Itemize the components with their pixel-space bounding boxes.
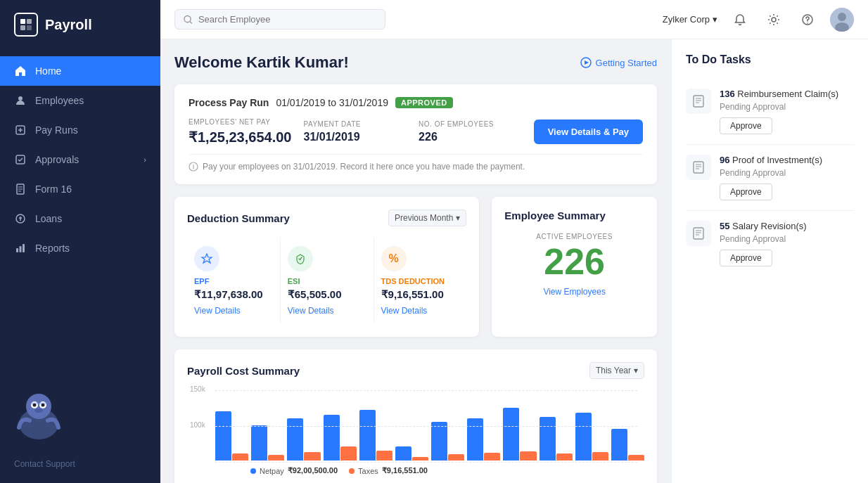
bar-netpay bbox=[575, 413, 592, 461]
welcome-row: Welcome Kartik Kumar! Getting Started bbox=[174, 53, 657, 72]
search-bar[interactable] bbox=[174, 9, 385, 30]
approve-button-salary[interactable]: Approve bbox=[720, 250, 772, 266]
pay-run-header: Process Pay Run 01/01/2019 to 31/01/2019… bbox=[189, 97, 643, 108]
app-logo[interactable]: Payroll bbox=[0, 0, 160, 49]
svg-point-4 bbox=[18, 96, 23, 101]
bar-taxes bbox=[484, 453, 500, 461]
employee-summary-card: Employee Summary ACTIVE EMPLOYEES 226 Vi… bbox=[492, 197, 657, 337]
chevron-down-icon: ▾ bbox=[456, 213, 460, 223]
employees-net-pay: EMPLOYEES' NET PAY ₹1,25,23,654.00 bbox=[189, 118, 304, 146]
todo-sub-salary: Pending Approval bbox=[720, 234, 854, 244]
svg-rect-3 bbox=[27, 25, 32, 30]
svg-rect-30 bbox=[694, 96, 703, 107]
form16-icon bbox=[14, 183, 27, 195]
todo-text-proof: 96 Proof of Investment(s) bbox=[720, 155, 854, 165]
payroll-cost-title: Payroll Cost Summary bbox=[187, 365, 300, 377]
bar-group bbox=[431, 422, 464, 461]
center-panel: Welcome Kartik Kumar! Getting Started Pr… bbox=[160, 39, 671, 483]
active-employees-label: ACTIVE EMPLOYEES bbox=[504, 233, 644, 240]
todo-count-proof: 96 bbox=[720, 155, 729, 165]
bar-netpay bbox=[503, 408, 519, 461]
todo-sub-reimbursement: Pending Approval bbox=[720, 102, 854, 112]
sidebar-item-reports[interactable]: Reports bbox=[0, 233, 160, 263]
sidebar-item-label: Employees bbox=[35, 95, 84, 106]
no-of-employees-value: 226 bbox=[419, 131, 534, 143]
view-details-pay-button[interactable]: View Details & Pay bbox=[534, 120, 643, 144]
todo-item-reimbursement: 136 Reimbursement Claim(s) Pending Appro… bbox=[686, 79, 854, 145]
search-input[interactable] bbox=[198, 14, 376, 25]
help-button[interactable] bbox=[796, 8, 819, 31]
svg-line-20 bbox=[190, 21, 192, 23]
play-circle-icon bbox=[580, 57, 592, 68]
svg-point-21 bbox=[772, 18, 776, 22]
svg-rect-2 bbox=[20, 25, 25, 30]
loans-icon bbox=[14, 212, 27, 225]
payroll-period-selector[interactable]: This Year ▾ bbox=[589, 362, 644, 379]
sidebar-item-approvals[interactable]: Approvals › bbox=[0, 145, 160, 174]
todo-title: To Do Tasks bbox=[686, 53, 854, 66]
employees-icon bbox=[14, 94, 27, 107]
payroll-cost-card: Payroll Cost Summary This Year ▾ 150k 10… bbox=[174, 349, 657, 483]
sidebar-item-loans[interactable]: Loans bbox=[0, 204, 160, 233]
getting-started-button[interactable]: Getting Started bbox=[580, 57, 657, 68]
gear-icon bbox=[767, 13, 780, 26]
sidebar-item-form16[interactable]: Form 16 bbox=[0, 174, 160, 204]
epf-icon bbox=[194, 246, 219, 271]
period-selector[interactable]: Previous Month ▾ bbox=[388, 210, 466, 226]
sidebar-item-pay-runs[interactable]: Pay Runs bbox=[0, 115, 160, 145]
pay-run-details: EMPLOYEES' NET PAY ₹1,25,23,654.00 PAYME… bbox=[189, 118, 643, 146]
no-of-employees: NO. OF EMPLOYEES 226 bbox=[419, 120, 534, 143]
view-employees-link[interactable]: View Employees bbox=[504, 287, 644, 297]
epf-view-details[interactable]: View Details bbox=[194, 306, 241, 316]
bar-group bbox=[503, 408, 536, 461]
svg-rect-10 bbox=[20, 246, 22, 252]
chart-legend: Netpay ₹92,00,500.00 Taxes ₹9,16,551.00 bbox=[215, 466, 644, 475]
search-icon bbox=[184, 15, 193, 25]
mascot-illustration bbox=[7, 382, 70, 445]
svg-point-16 bbox=[33, 404, 37, 407]
sidebar-nav: Home Employees Pay Runs Approvals › Fo bbox=[0, 49, 160, 263]
bar-taxes bbox=[412, 457, 428, 461]
company-selector[interactable]: Zylker Corp ▾ bbox=[663, 14, 717, 25]
sidebar-item-home[interactable]: Home bbox=[0, 56, 160, 86]
tds-name: TDS DEDUCTION bbox=[381, 277, 460, 285]
tds-view-details[interactable]: View Details bbox=[381, 306, 428, 316]
sidebar-item-employees[interactable]: Employees bbox=[0, 86, 160, 115]
esi-amount: ₹65,505.00 bbox=[288, 288, 366, 301]
todo-text-reimbursement: 136 Reimbursement Claim(s) bbox=[720, 89, 854, 99]
svg-rect-9 bbox=[16, 248, 18, 252]
notifications-button[interactable] bbox=[729, 8, 751, 31]
payroll-period-label: This Year bbox=[596, 366, 631, 375]
svg-rect-11 bbox=[23, 244, 25, 252]
bar-group bbox=[467, 418, 500, 461]
contact-support[interactable]: Contact Support bbox=[0, 445, 160, 483]
payment-date-label: PAYMENT DATE bbox=[304, 120, 419, 128]
approvals-icon bbox=[14, 153, 27, 166]
pay-run-date-range: 01/01/2019 to 31/01/2019 bbox=[276, 97, 388, 108]
salary-icon bbox=[686, 221, 711, 246]
todo-content-reimbursement: 136 Reimbursement Claim(s) Pending Appro… bbox=[720, 89, 854, 134]
esi-view-details[interactable]: View Details bbox=[288, 306, 334, 316]
reimbursement-icon bbox=[686, 89, 711, 114]
bar-netpay bbox=[251, 425, 267, 461]
svg-rect-31 bbox=[694, 162, 703, 173]
sidebar-item-label: Approvals bbox=[35, 154, 79, 165]
main-area: Zylker Corp ▾ Welcome Kartik Kumar! bbox=[160, 0, 868, 483]
bar-netpay bbox=[611, 429, 627, 461]
bar-netpay bbox=[431, 422, 447, 461]
proof-icon bbox=[686, 155, 711, 180]
bar-netpay bbox=[287, 418, 303, 461]
bar-taxes bbox=[592, 452, 608, 461]
approve-button-proof[interactable]: Approve bbox=[720, 183, 772, 200]
avatar[interactable] bbox=[830, 8, 854, 32]
grid-label-100k: 100k bbox=[190, 421, 205, 429]
svg-point-25 bbox=[838, 13, 846, 21]
approve-button-reimbursement[interactable]: Approve bbox=[720, 117, 772, 134]
company-name: Zylker Corp bbox=[663, 14, 710, 25]
esi-icon bbox=[288, 246, 313, 271]
settings-button[interactable] bbox=[762, 8, 785, 31]
bar-taxes bbox=[556, 453, 573, 461]
pay-run-banner: Process Pay Run 01/01/2019 to 31/01/2019… bbox=[174, 84, 657, 184]
app-title: Payroll bbox=[45, 17, 92, 33]
todo-content-proof: 96 Proof of Investment(s) Pending Approv… bbox=[720, 155, 854, 200]
